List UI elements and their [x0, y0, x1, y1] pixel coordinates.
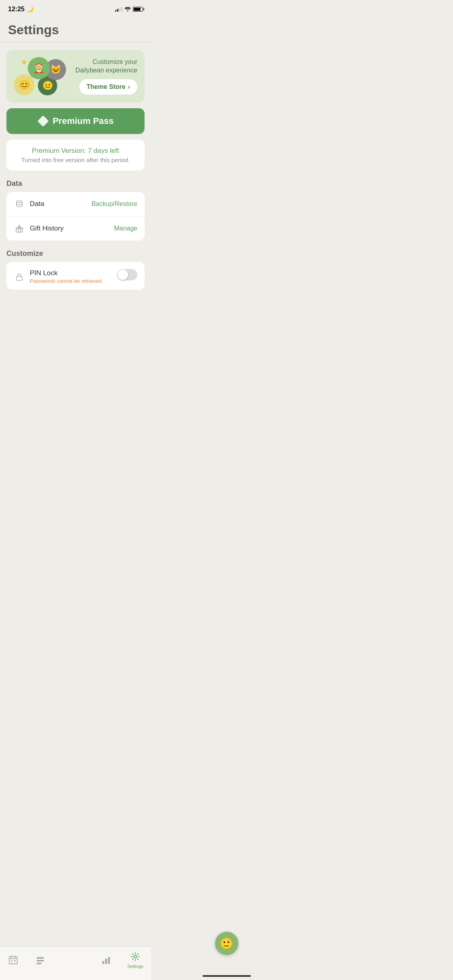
gift-icon: [14, 223, 25, 234]
bean-yellow: 😊: [14, 74, 35, 95]
status-icons: [115, 6, 143, 12]
wifi-icon: [124, 6, 131, 12]
status-bar: 12:25 🌙: [0, 0, 151, 15]
premium-pass-button[interactable]: Premium Pass: [6, 108, 145, 134]
theme-tagline: Customize yourDailybean experience: [71, 58, 137, 75]
pin-lock-warning: Passwords cannot be retrieved.: [30, 278, 103, 284]
customize-settings-card: PIN Lock Passwords cannot be retrieved.: [6, 262, 145, 290]
theme-store-label: Theme Store: [87, 83, 126, 91]
theme-right: Customize yourDailybean experience Theme…: [66, 58, 137, 95]
status-time: 12:25: [8, 6, 25, 13]
data-row[interactable]: Data Backup/Restore: [6, 192, 145, 216]
premium-days-text: Premium Version: 7 days left: [14, 147, 137, 155]
chevron-right-icon: ›: [128, 83, 130, 91]
diamond-icon-1: ◆: [22, 58, 27, 66]
pin-lock-label: PIN Lock: [30, 269, 103, 277]
theme-characters: ◆ ◆ ◆ 😊 🤶 🐱 😐: [14, 57, 66, 95]
premium-pass-label: Premium Pass: [53, 116, 114, 126]
premium-note-text: Turned into free version after this peri…: [14, 156, 137, 163]
database-icon: [14, 198, 25, 210]
page-title: Settings: [0, 15, 151, 42]
lock-icon: [14, 271, 25, 282]
data-section-label: Data: [6, 179, 145, 188]
pin-lock-toggle[interactable]: [117, 269, 137, 280]
gift-manage-action[interactable]: Manage: [114, 225, 137, 232]
theme-store-button[interactable]: Theme Store ›: [79, 79, 137, 95]
signal-icon: [115, 7, 122, 12]
theme-banner: ◆ ◆ ◆ 😊 🤶 🐱 😐 Customize yourDailybean ex…: [6, 50, 145, 103]
main-content: ◆ ◆ ◆ 😊 🤶 🐱 😐 Customize yourDailybean ex…: [0, 50, 151, 290]
battery-icon: [133, 7, 143, 12]
gift-history-label: Gift History: [30, 224, 64, 233]
premium-diamond-icon: [37, 115, 49, 127]
data-backup-restore-action[interactable]: Backup/Restore: [91, 200, 137, 208]
customize-section-label: Customize: [6, 249, 145, 258]
svg-point-1: [17, 201, 22, 203]
premium-version-card: Premium Version: 7 days left Turned into…: [6, 140, 145, 171]
toggle-knob: [118, 270, 128, 280]
moon-icon: 🌙: [27, 6, 33, 12]
data-settings-card: Data Backup/Restore Gift History Manage: [6, 192, 145, 241]
gift-history-row[interactable]: Gift History Manage: [6, 216, 145, 241]
svg-rect-4: [17, 276, 22, 280]
pin-lock-row: PIN Lock Passwords cannot be retrieved.: [6, 262, 145, 290]
svg-rect-3: [18, 228, 21, 232]
data-row-label: Data: [30, 200, 44, 208]
svg-rect-2: [16, 228, 23, 232]
divider: [0, 42, 151, 43]
svg-rect-0: [37, 115, 49, 127]
bean-green: 🤶: [28, 57, 50, 79]
